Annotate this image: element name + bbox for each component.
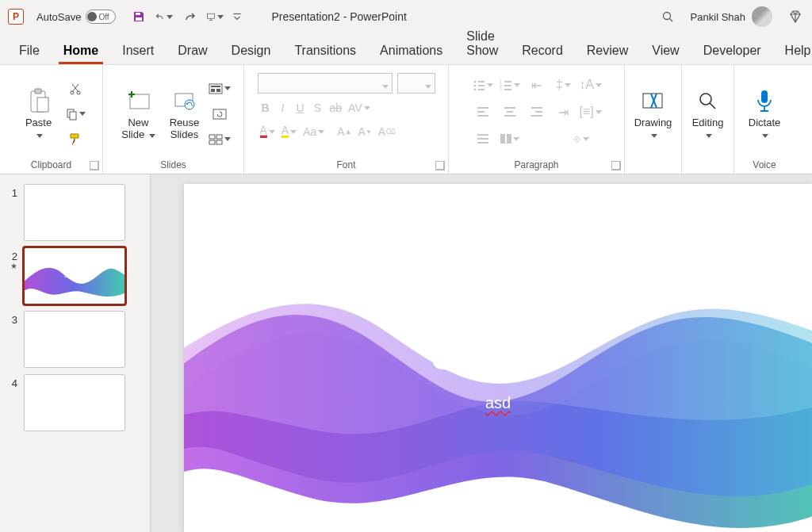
increase-indent-button[interactable]: ⇥	[553, 101, 575, 122]
slide-subtitle-text[interactable]: asd	[184, 394, 812, 412]
strikethrough-button[interactable]: ab	[327, 98, 345, 117]
increase-font-button[interactable]: A▲	[335, 122, 354, 141]
reset-slide-icon[interactable]	[209, 104, 231, 124]
italic-button[interactable]: I	[275, 98, 291, 117]
tab-view[interactable]: View	[647, 39, 684, 64]
group-label: Paragraph	[514, 158, 558, 172]
new-slide-label: New Slide	[121, 117, 148, 140]
numbering-button[interactable]: 123	[499, 75, 521, 95]
tab-help[interactable]: Help	[780, 39, 812, 64]
paste-button[interactable]: Paste	[17, 78, 61, 150]
slideshow-start-icon[interactable]	[206, 8, 224, 25]
thumbnail[interactable]	[24, 311, 125, 368]
thumbnail[interactable]	[24, 184, 125, 241]
svg-rect-20	[216, 135, 222, 139]
svg-rect-28	[478, 89, 485, 90]
diamond-icon[interactable]	[787, 8, 804, 25]
change-case-button[interactable]: Aa	[301, 122, 327, 141]
group-clipboard: Paste Clipboard	[0, 65, 103, 174]
thumbnail-slot[interactable]: 1	[0, 181, 150, 244]
slide[interactable]: Sample asd	[184, 184, 812, 532]
section-icon[interactable]	[209, 129, 231, 150]
autosave-toggle[interactable]: AutoSave Off	[36, 10, 116, 24]
slide-title-text[interactable]: Sample	[184, 335, 812, 378]
thumbnail-slot[interactable]: 2★Sample	[0, 244, 150, 308]
svg-rect-34	[504, 89, 511, 90]
font-color-button[interactable]: A	[258, 122, 278, 141]
tab-transitions[interactable]: Transitions	[289, 39, 361, 64]
slide-canvas-area[interactable]: Sample asd	[151, 174, 812, 532]
dialog-launcher-icon[interactable]	[611, 161, 621, 170]
qat-customize-icon[interactable]	[232, 8, 243, 25]
user-account[interactable]: Pankil Shah	[691, 6, 772, 27]
thumbnail-pane[interactable]: 12★Sample34	[0, 174, 151, 532]
columns-button[interactable]	[499, 128, 521, 149]
user-name: Pankil Shah	[691, 11, 745, 23]
svg-rect-51	[761, 90, 768, 103]
tab-record[interactable]: Record	[517, 39, 568, 64]
highlight-button[interactable]: A	[279, 122, 299, 141]
align-right-button[interactable]	[526, 101, 548, 122]
align-left-button[interactable]	[472, 101, 494, 122]
svg-rect-5	[35, 89, 41, 94]
tab-file[interactable]: File	[14, 39, 44, 64]
character-spacing-button[interactable]: AV	[346, 98, 373, 117]
reuse-slides-icon	[173, 87, 197, 116]
format-painter-icon[interactable]	[64, 129, 86, 150]
search-icon[interactable]	[659, 8, 676, 25]
decrease-indent-button[interactable]: ⇤	[526, 75, 548, 95]
tab-animations[interactable]: Animations	[375, 39, 447, 64]
tab-developer[interactable]: Developer	[699, 39, 766, 64]
undo-icon[interactable]	[155, 8, 173, 25]
font-name-input[interactable]	[258, 73, 393, 94]
text-direction-button[interactable]: ↕A	[580, 75, 602, 95]
group-label: Clipboard	[31, 158, 71, 172]
tab-review[interactable]: Review	[582, 39, 633, 64]
clear-formatting-button[interactable]: A⌫	[376, 122, 398, 141]
svg-rect-18	[213, 109, 226, 119]
line-spacing-button[interactable]: ‡	[553, 75, 575, 95]
thumbnail-slot[interactable]: 4	[0, 371, 150, 434]
redo-icon[interactable]	[181, 8, 198, 25]
justify-button[interactable]	[472, 128, 494, 149]
svg-rect-1	[136, 17, 142, 21]
align-center-button[interactable]	[499, 101, 521, 122]
underline-button[interactable]: U	[293, 98, 308, 117]
svg-rect-11	[130, 94, 149, 109]
tab-design[interactable]: Design	[227, 39, 276, 64]
save-icon[interactable]	[130, 8, 147, 25]
cut-icon[interactable]	[64, 78, 86, 99]
decrease-font-button[interactable]: A▼	[356, 122, 374, 141]
thumbnail-slot[interactable]: 3	[0, 308, 150, 371]
dictate-button[interactable]: Dictate	[742, 78, 787, 150]
layout-icon[interactable]	[209, 78, 231, 99]
thumbnail-number: 3	[6, 311, 17, 326]
reuse-slides-label: Reuse Slides	[170, 117, 200, 141]
shadow-button[interactable]: S	[310, 98, 326, 117]
tab-slide-show[interactable]: Slide Show	[462, 25, 503, 64]
copy-icon[interactable]	[64, 104, 86, 124]
new-slide-button[interactable]: New Slide	[117, 78, 161, 150]
editing-button[interactable]: Editing	[686, 78, 730, 150]
reuse-slides-button[interactable]: Reuse Slides	[164, 78, 205, 150]
tab-home[interactable]: Home	[59, 39, 103, 64]
bold-button[interactable]: B	[258, 98, 274, 117]
svg-point-27	[473, 89, 476, 91]
smartart-button[interactable]: ⟐	[570, 128, 592, 149]
svg-point-23	[473, 81, 476, 83]
bullets-button[interactable]	[472, 75, 494, 95]
dialog-launcher-icon[interactable]	[90, 161, 99, 170]
editing-label: Editing	[692, 117, 724, 128]
align-text-button[interactable]: [≡]	[580, 101, 602, 122]
tab-insert[interactable]: Insert	[117, 39, 159, 64]
thumbnail[interactable]: Sample	[24, 247, 125, 304]
font-size-input[interactable]	[397, 73, 435, 94]
drawing-button[interactable]: Drawing	[631, 78, 676, 150]
toggle-track[interactable]: Off	[86, 10, 116, 24]
svg-rect-15	[211, 86, 220, 87]
thumbnail-number: 2★	[6, 247, 17, 270]
dialog-launcher-icon[interactable]	[435, 161, 445, 170]
tab-draw[interactable]: Draw	[173, 39, 212, 64]
thumbnail-number: 4	[6, 374, 17, 389]
thumbnail[interactable]	[24, 374, 125, 431]
